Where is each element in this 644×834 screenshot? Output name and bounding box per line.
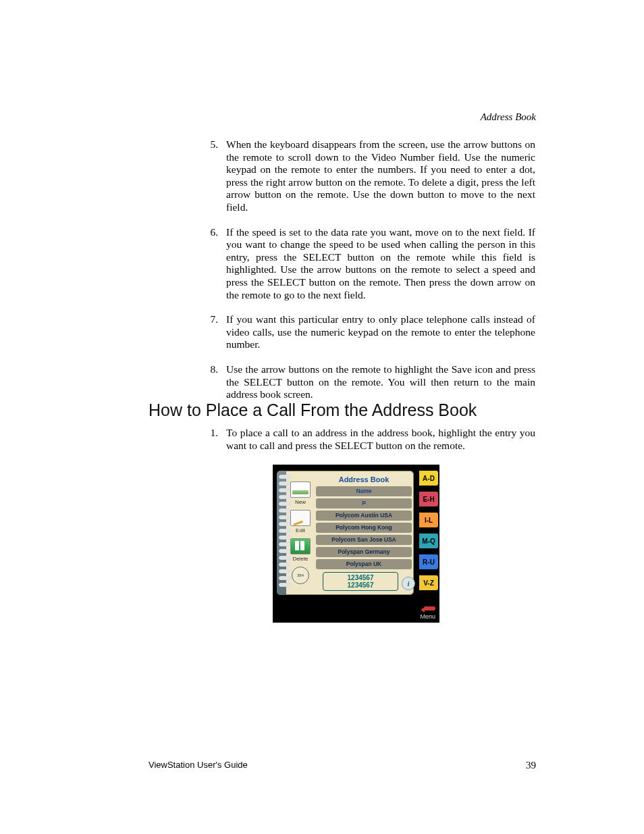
tab-i-l[interactable]: I-L bbox=[419, 513, 438, 527]
step-6: 6. If the speed is set to the data rate … bbox=[206, 226, 535, 302]
list-item[interactable]: Polyspan UK bbox=[316, 559, 412, 569]
list-item[interactable]: Polycom Hong Kong bbox=[316, 523, 412, 533]
step-text: If the speed is set to the data rate you… bbox=[226, 226, 535, 301]
step-1: 1. To place a call to an address in the … bbox=[206, 427, 535, 452]
step-7: 7. If you want this particular entry to … bbox=[206, 313, 535, 351]
tab-v-z[interactable]: V-Z bbox=[419, 575, 438, 590]
notebook-binding bbox=[277, 471, 286, 595]
delete-icon[interactable] bbox=[290, 538, 311, 554]
tab-r-u[interactable]: R-U bbox=[419, 554, 438, 569]
address-book-list: Address Book Name P Polycom Austin USA P… bbox=[316, 475, 412, 591]
new-icon[interactable] bbox=[290, 481, 311, 498]
edit-icon[interactable] bbox=[290, 510, 311, 526]
delete-label: Delete bbox=[288, 556, 313, 562]
menu-label: Menu bbox=[420, 613, 435, 620]
address-book-panel: New Edit Delete 384 Address Book Name P … bbox=[277, 471, 414, 595]
list-item[interactable]: Polycom Austin USA bbox=[316, 511, 412, 521]
back-arrow-icon bbox=[421, 605, 435, 612]
tab-a-d[interactable]: A-D bbox=[419, 471, 438, 486]
list-item[interactable]: Polycom San Jose USA bbox=[316, 535, 412, 545]
step-8: 8. Use the arrow buttons on the remote t… bbox=[206, 363, 535, 401]
search-field[interactable]: P bbox=[316, 498, 412, 509]
video-number-2: 1234567 bbox=[323, 581, 398, 589]
tab-m-q[interactable]: M-Q bbox=[419, 533, 438, 548]
new-label: New bbox=[288, 499, 313, 505]
section-heading: How to Place a Call From the Address Boo… bbox=[149, 400, 477, 420]
list-item[interactable]: Polyspan Germany bbox=[316, 547, 412, 557]
address-book-title: Address Book bbox=[316, 475, 412, 484]
step-text: When the keyboard disappears from the sc… bbox=[226, 138, 535, 213]
footer-left: ViewStation User's Guide bbox=[149, 760, 248, 770]
steps-continued: 5. When the keyboard disappears from the… bbox=[206, 138, 535, 413]
page-number: 39 bbox=[526, 760, 536, 771]
tab-e-h[interactable]: E-H bbox=[419, 492, 438, 506]
running-head: Address Book bbox=[481, 111, 536, 123]
step-5: 5. When the keyboard disappears from the… bbox=[206, 138, 535, 214]
step-text: If you want this particular entry to onl… bbox=[226, 313, 535, 350]
list-header[interactable]: Name bbox=[316, 486, 412, 496]
speed-icon[interactable]: 384 bbox=[292, 567, 309, 584]
step-number: 1. bbox=[206, 427, 218, 440]
video-number-1: 1234567 bbox=[323, 574, 398, 581]
number-display: 1234567 1234567 i bbox=[323, 572, 398, 591]
step-number: 6. bbox=[206, 226, 218, 239]
address-book-left-toolbar: New Edit Delete 384 bbox=[288, 481, 313, 585]
steps-new: 1. To place a call to an address in the … bbox=[206, 427, 535, 464]
step-number: 7. bbox=[206, 313, 218, 326]
alpha-tabs: A-D E-H I-L M-Q R-U V-Z bbox=[419, 471, 439, 595]
step-text: Use the arrow buttons on the remote to h… bbox=[226, 363, 535, 400]
step-number: 5. bbox=[206, 138, 218, 151]
edit-label: Edit bbox=[288, 527, 313, 533]
step-number: 8. bbox=[206, 363, 218, 376]
menu-button[interactable]: Menu bbox=[420, 605, 435, 620]
step-text: To place a call to an address in the add… bbox=[226, 427, 535, 451]
address-book-screen: New Edit Delete 384 Address Book Name P … bbox=[273, 465, 439, 623]
info-icon[interactable]: i bbox=[402, 577, 415, 590]
